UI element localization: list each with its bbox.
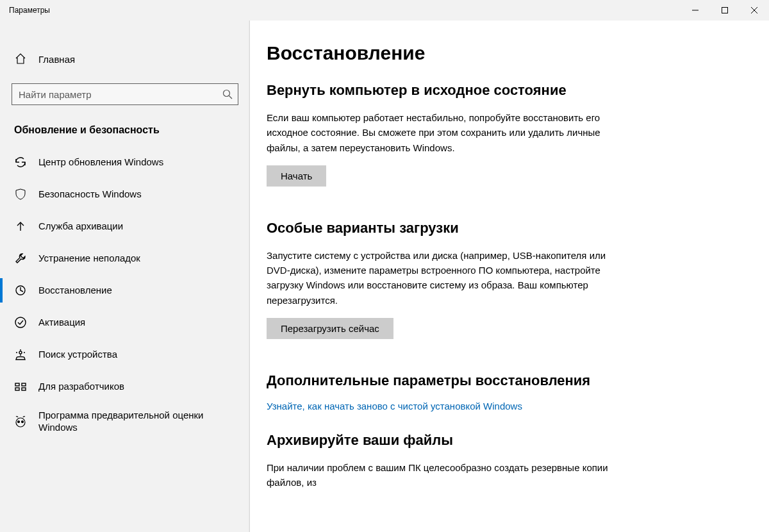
reset-block: Вернуть компьютер в исходное состояние Е… [267, 82, 748, 187]
window-title: Параметры [0, 6, 50, 15]
reset-text: Если ваш компьютер работает нестабильно,… [267, 110, 625, 155]
nav-list: Центр обновления Windows Безопасность Wi… [0, 146, 250, 441]
startup-heading: Особые варианты загрузки [267, 220, 748, 237]
main-panel: Восстановление Вернуть компьютер в исход… [250, 21, 769, 532]
minimize-button[interactable] [681, 0, 710, 21]
developers-icon [14, 380, 27, 393]
find-device-icon [14, 348, 27, 361]
svg-point-16 [18, 421, 20, 423]
sidebar-item-activation[interactable]: Активация [0, 306, 250, 338]
sidebar-section-header: Обновление и безопасность [0, 105, 250, 141]
reset-start-button[interactable]: Начать [267, 165, 326, 187]
activation-icon [14, 316, 27, 329]
shield-icon [14, 188, 27, 201]
sidebar-item-label: Центр обновления Windows [38, 156, 176, 169]
more-recovery-block: Дополнительные параметры восстановления … [267, 372, 748, 411]
sidebar-item-insider[interactable]: Программа предварительной оценки Windows [0, 403, 250, 441]
sidebar-item-label: Поиск устройства [38, 349, 130, 361]
svg-rect-1 [722, 8, 728, 13]
sidebar-item-label: Устранение неполадок [38, 253, 153, 265]
sidebar-item-find-device[interactable]: Поиск устройства [0, 338, 250, 370]
wrench-icon [14, 252, 27, 265]
sidebar-item-label: Программа предварительной оценки Windows [38, 410, 250, 434]
fresh-start-link[interactable]: Узнайте, как начать заново с чистой уста… [267, 401, 522, 411]
close-button[interactable] [740, 0, 769, 21]
sidebar-item-label: Активация [38, 317, 98, 329]
backup-text: При наличии проблем с вашим ПК целесообр… [267, 460, 625, 490]
page-title: Восстановление [267, 42, 748, 64]
search-input[interactable] [17, 88, 219, 101]
more-recovery-heading: Дополнительные параметры восстановления [267, 372, 748, 389]
svg-rect-14 [22, 388, 26, 390]
home-label: Главная [38, 54, 75, 65]
home-icon [14, 53, 27, 65]
sidebar-item-developers[interactable]: Для разработчиков [0, 370, 250, 403]
content: Главная Обновление и безопасность Центр … [0, 21, 769, 532]
svg-line-5 [229, 96, 233, 99]
home-nav[interactable]: Главная [0, 44, 250, 74]
sidebar-item-troubleshoot[interactable]: Устранение неполадок [0, 242, 250, 274]
search-box[interactable] [12, 83, 238, 105]
sidebar-divider [249, 21, 250, 532]
sidebar-item-label: Служба архивации [38, 220, 136, 233]
sync-icon [14, 156, 27, 169]
svg-point-17 [22, 421, 24, 423]
maximize-button[interactable] [710, 0, 740, 21]
sidebar-item-label: Для разработчиков [38, 381, 137, 393]
svg-rect-12 [22, 383, 26, 386]
reset-heading: Вернуть компьютер в исходное состояние [267, 82, 748, 99]
sidebar-item-security[interactable]: Безопасность Windows [0, 178, 250, 210]
restart-now-button[interactable]: Перезагрузить сейчас [267, 318, 393, 339]
sidebar-item-label: Восстановление [38, 285, 125, 297]
svg-point-9 [15, 317, 26, 328]
startup-block: Особые варианты загрузки Запустите систе… [267, 220, 748, 339]
backup-icon [14, 220, 27, 233]
svg-point-4 [224, 90, 230, 97]
insider-icon [14, 415, 27, 428]
svg-rect-11 [15, 383, 19, 386]
backup-block: Архивируйте ваши файлы При наличии пробл… [267, 432, 748, 490]
sidebar: Главная Обновление и безопасность Центр … [0, 21, 250, 532]
titlebar: Параметры [0, 0, 769, 21]
backup-heading: Архивируйте ваши файлы [267, 432, 748, 449]
sidebar-item-windows-update[interactable]: Центр обновления Windows [0, 146, 250, 178]
startup-text: Запустите систему с устройства или диска… [267, 248, 625, 308]
svg-point-10 [19, 351, 22, 354]
sidebar-item-recovery[interactable]: Восстановление [0, 274, 250, 306]
recovery-icon [14, 284, 27, 297]
sidebar-item-backup[interactable]: Служба архивации [0, 210, 250, 242]
search-icon [222, 89, 233, 99]
sidebar-item-label: Безопасность Windows [38, 188, 154, 201]
svg-point-15 [16, 418, 25, 427]
svg-rect-13 [15, 388, 19, 390]
